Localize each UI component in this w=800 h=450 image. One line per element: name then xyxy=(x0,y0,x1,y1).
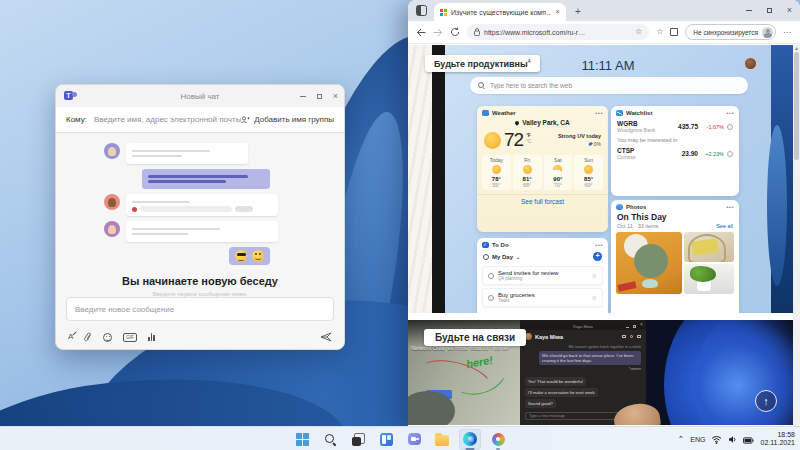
watchlist-title: Watchlist xyxy=(626,110,723,116)
maximize-button xyxy=(633,325,636,328)
illustration-avatar xyxy=(104,221,120,237)
to-label: Кому: xyxy=(66,115,87,124)
close-button[interactable]: × xyxy=(787,6,792,15)
screen-share-icon xyxy=(637,335,641,338)
format-icon[interactable]: A xyxy=(68,333,73,341)
teams-message-box[interactable] xyxy=(66,297,334,321)
sun-icon xyxy=(484,132,501,149)
tray-time: 18:58 xyxy=(760,431,795,439)
lock-icon xyxy=(474,28,480,36)
message-input[interactable] xyxy=(75,305,325,314)
settings-menu-icon[interactable]: ⋯ xyxy=(783,28,792,37)
task-view-button[interactable] xyxy=(347,429,369,450)
profile-sync-button[interactable]: Не синхронизируется xyxy=(685,24,776,40)
forward-icon[interactable] xyxy=(433,28,443,37)
maximize-button[interactable] xyxy=(317,94,322,99)
chat-button[interactable] xyxy=(403,429,425,450)
minimize-button[interactable] xyxy=(746,10,752,11)
received-message: Yes! That would be wonderful xyxy=(525,377,586,386)
back-icon[interactable] xyxy=(416,28,426,37)
address-bar[interactable]: https://www.microsoft.com/ru-r… ☆ xyxy=(467,24,649,40)
sun-icon xyxy=(492,165,501,174)
stay-connected-hero-image: Network Outages throughout city proper h… xyxy=(408,320,793,425)
on-this-day-heading: On This Day xyxy=(611,212,739,222)
back-to-top-button[interactable]: ↑ xyxy=(755,390,777,412)
pinwheel-app-button[interactable] xyxy=(487,429,509,450)
todo-widget: To Do ••• My Day ⌄ + Send invites for re… xyxy=(477,238,608,313)
illustration-own-bubble xyxy=(142,169,270,190)
sent-message-note: *ramen xyxy=(525,367,641,371)
illustration-message-bubble xyxy=(126,194,278,216)
weather-title: Weather xyxy=(492,110,592,116)
illustration-avatar xyxy=(104,194,120,210)
edge-tab-strip: Изучите существующие комп… × + × xyxy=(408,0,800,21)
hero-background xyxy=(408,45,432,313)
volume-icon[interactable] xyxy=(728,430,737,448)
scrollbar[interactable]: ▲ xyxy=(793,44,800,426)
task-checkbox xyxy=(488,295,494,301)
attach-icon[interactable] xyxy=(84,332,92,342)
minimize-button[interactable] xyxy=(300,96,306,97)
favorites-icon[interactable]: ☆ xyxy=(656,28,663,36)
close-button xyxy=(640,325,643,328)
close-button[interactable]: × xyxy=(333,92,338,101)
minimize-button xyxy=(626,325,629,328)
add-favorite-icon[interactable]: ☆ xyxy=(635,28,642,36)
teams-compose-toolbar: A GIF xyxy=(68,332,332,342)
star-icon: ☆ xyxy=(592,272,597,279)
stock-ring-icon xyxy=(727,151,733,157)
edge-button[interactable] xyxy=(459,429,481,450)
gif-icon[interactable]: GIF xyxy=(123,333,137,342)
todo-list-name: My Day xyxy=(492,254,513,260)
footnote-marker: 4 xyxy=(528,58,531,64)
wifi-icon[interactable] xyxy=(711,430,722,448)
photo-thumbnail xyxy=(684,232,734,262)
start-button[interactable] xyxy=(291,429,313,450)
photos-date-count: Oct 11 · 33 items xyxy=(617,223,658,229)
search-button[interactable] xyxy=(319,429,341,450)
desktop-bloom-sliver xyxy=(771,45,793,313)
edge-icon xyxy=(463,432,477,446)
edge-toolbar: https://www.microsoft.com/ru-r… ☆ ☆ Не с… xyxy=(408,21,800,44)
task-checkbox xyxy=(488,273,494,279)
tab-close-icon[interactable]: × xyxy=(555,8,560,16)
widgets-button[interactable] xyxy=(375,429,397,450)
photos-widget: Photos ••• On This Day Oct 11 · 33 items… xyxy=(611,200,739,313)
profile-avatar xyxy=(762,27,773,38)
windows-start-icon xyxy=(296,433,309,446)
teams-titlebar[interactable]: T Новый чат × xyxy=(56,85,344,107)
poll-icon[interactable] xyxy=(148,333,155,341)
map-label-tag xyxy=(426,390,452,399)
widgets-search-bar xyxy=(470,77,748,94)
sun-icon xyxy=(584,165,593,174)
new-conversation-subtitle: Введите первое сообщение ниже. xyxy=(56,291,344,297)
to-input[interactable] xyxy=(94,115,241,124)
webpage-content: Будьте продуктивны4 11:11 AM Weather •••… xyxy=(408,44,793,426)
people-icon xyxy=(241,116,250,124)
clock-tray[interactable]: 18:58 02.11.2021 xyxy=(760,431,797,447)
file-explorer-button[interactable] xyxy=(431,429,453,450)
browser-tab[interactable]: Изучите существующие комп… × xyxy=(434,3,566,21)
contact-avatar xyxy=(525,333,532,340)
tab-actions-icon[interactable] xyxy=(416,5,427,16)
scrollbar-thumb[interactable] xyxy=(794,52,799,160)
audio-call-icon xyxy=(630,335,633,338)
more-options-icon: ••• xyxy=(595,110,603,116)
url-text: https://www.microsoft.com/ru-r… xyxy=(484,29,631,36)
battery-icon[interactable] xyxy=(743,430,754,448)
new-tab-button[interactable]: + xyxy=(575,7,581,17)
sunglasses-emoji-icon xyxy=(235,250,247,262)
more-options-icon: ••• xyxy=(726,204,734,210)
add-group-name-button[interactable]: Добавить имя группы xyxy=(241,115,334,124)
send-icon[interactable] xyxy=(320,332,332,342)
stock-row: CTSP Contoso 23.90 +2.23% xyxy=(611,145,739,162)
stock-ring-icon xyxy=(727,124,733,130)
collections-icon[interactable] xyxy=(670,28,678,36)
sync-status-label: Не синхронизируется xyxy=(693,29,758,36)
language-indicator[interactable]: ENG xyxy=(690,436,705,443)
scroll-up-icon[interactable]: ▲ xyxy=(794,45,799,51)
maximize-button[interactable] xyxy=(767,8,772,13)
refresh-icon[interactable] xyxy=(450,27,460,37)
emoji-icon[interactable] xyxy=(103,333,112,342)
tray-chevron-up-icon[interactable]: ⌃ xyxy=(678,435,685,444)
